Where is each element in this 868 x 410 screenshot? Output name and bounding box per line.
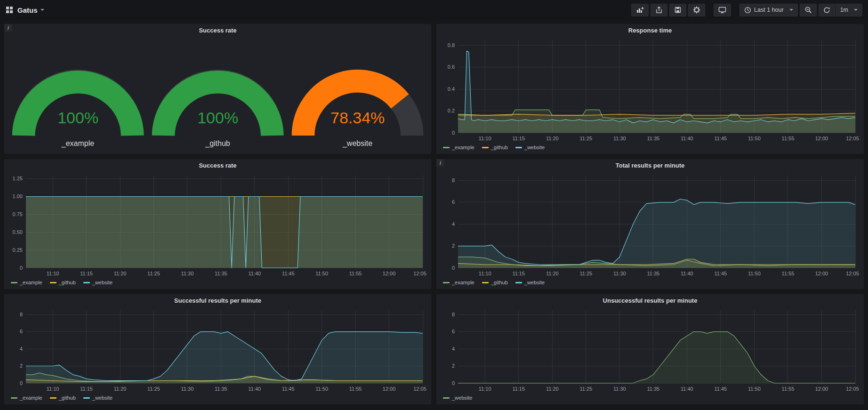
x-tick-label: 12:05 — [413, 386, 426, 392]
legend-marker — [443, 397, 450, 399]
legend-item-_github[interactable]: _github — [50, 280, 76, 285]
time-range-label: Last 1 hour — [754, 7, 784, 13]
time-picker-button[interactable]: Last 1 hour — [739, 4, 798, 16]
legend-marker — [50, 282, 56, 283]
legend-label: _example — [452, 280, 474, 285]
legend-item-_website[interactable]: _website — [83, 395, 113, 401]
panel-title-text: Successful results per minute — [174, 297, 261, 304]
y-tick-label: 6 — [452, 199, 455, 205]
x-tick-label: 11:25 — [579, 136, 592, 141]
series-area-_website — [26, 332, 423, 383]
x-tick-label: 11:35 — [215, 386, 227, 392]
x-tick-label: 11:40 — [681, 386, 693, 392]
legend-item-_example[interactable]: _example — [11, 395, 42, 401]
x-tick-label: 11:25 — [579, 271, 592, 276]
legend-item-_website[interactable]: _website — [515, 280, 545, 285]
x-tick-label: 11:30 — [181, 386, 194, 392]
apps-grid-icon[interactable] — [6, 6, 13, 14]
legend-item-_github[interactable]: _github — [482, 145, 508, 150]
x-tick-label: 12:05 — [413, 271, 426, 276]
y-tick-label: 2 — [20, 363, 23, 369]
x-tick-label: 11:45 — [282, 271, 295, 276]
x-tick-label: 11:25 — [147, 271, 160, 276]
gauge-arc: 100% — [9, 39, 146, 138]
zoom-out-button[interactable] — [800, 4, 817, 16]
y-tick-label: 6 — [452, 329, 455, 334]
settings-button[interactable] — [688, 4, 705, 16]
panel-title[interactable]: Success rate — [8, 159, 427, 171]
panel-title-text: Response time — [628, 27, 672, 34]
x-tick-label: 11:15 — [80, 386, 93, 392]
x-tick-label: 11:35 — [647, 386, 659, 392]
x-tick-label: 11:15 — [512, 136, 525, 141]
unsuccessful-results-chart[interactable]: 0246811:1011:1511:2011:2511:3011:3511:40… — [440, 306, 860, 394]
success-rate-gauges[interactable]: 100%_example100%_github78.34%_website — [8, 36, 427, 152]
x-tick-label: 11:50 — [748, 386, 761, 392]
legend-item-_example[interactable]: _example — [11, 280, 42, 285]
panel-title[interactable]: Total results per minute — [440, 159, 860, 171]
y-tick-label: 2 — [452, 243, 455, 249]
success-rate-chart[interactable]: 00.250.500.751.001.2511:1011:1511:2011:2… — [8, 171, 427, 278]
legend-marker — [515, 282, 522, 283]
y-tick-label: 0 — [452, 380, 455, 386]
x-tick-label: 11:15 — [80, 271, 93, 276]
total-results-chart[interactable]: 0246811:1011:1511:2011:2511:3011:3511:40… — [440, 171, 860, 278]
legend-item-_github[interactable]: _github — [482, 280, 508, 285]
panel-title[interactable]: Response time — [440, 24, 860, 36]
y-tick-label: 0.25 — [13, 247, 23, 253]
legend-label: _website — [92, 395, 113, 401]
save-icon — [674, 6, 682, 14]
legend-item-_example[interactable]: _example — [443, 280, 474, 285]
panel-info-icon[interactable] — [4, 24, 12, 32]
panel-info-icon[interactable] — [436, 159, 444, 167]
y-tick-label: 0.4 — [448, 86, 455, 92]
x-tick-label: 11:40 — [681, 136, 693, 141]
panel-title[interactable]: Success rate — [8, 24, 427, 36]
series-area-_website — [26, 197, 423, 268]
dashboard-title[interactable]: Gatus — [17, 6, 44, 14]
legend-item-_website[interactable]: _website — [443, 395, 472, 401]
x-tick-label: 12:00 — [383, 386, 396, 392]
legend-label: _example — [20, 395, 42, 401]
x-tick-label: 11:45 — [282, 386, 295, 392]
x-tick-label: 11:30 — [181, 271, 194, 276]
navbar: Gatus — [0, 0, 868, 20]
gauge-title: _example — [62, 138, 94, 152]
legend-label: _github — [59, 395, 76, 401]
response-time-chart[interactable]: 00.20.40.60.811:1011:1511:2011:2511:3011… — [440, 36, 860, 143]
cycle-view-button[interactable] — [714, 4, 731, 16]
gear-icon — [693, 6, 700, 14]
legend-item-_example[interactable]: _example — [443, 145, 474, 150]
unsuccessful-rpm-svg: 0246811:1011:1511:2011:2511:3011:3511:40… — [440, 306, 860, 394]
x-tick-label: 12:00 — [383, 271, 396, 276]
x-tick-label: 12:05 — [846, 136, 859, 141]
refresh-interval-button[interactable]: 1m — [836, 4, 862, 16]
panel-title[interactable]: Successful results per minute — [8, 294, 427, 306]
gauge-_example: 100%_example — [8, 36, 148, 152]
x-tick-label: 11:10 — [47, 386, 59, 392]
series-lines — [458, 199, 855, 268]
legend-marker — [443, 147, 450, 148]
legend-item-_website[interactable]: _website — [515, 145, 545, 150]
panel-title[interactable]: Unsuccessful results per minute — [440, 294, 860, 306]
series-lines — [458, 51, 855, 133]
add-panel-button[interactable] — [631, 4, 649, 16]
legend: _example_github_website — [8, 394, 427, 402]
legend-item-_github[interactable]: _github — [50, 395, 76, 401]
y-tick-label: 1.25 — [13, 176, 23, 181]
share-button[interactable] — [651, 4, 667, 16]
x-tick-label: 11:50 — [315, 271, 328, 276]
x-tick-label: 11:20 — [546, 271, 559, 276]
successful-results-chart[interactable]: 0246811:1011:1511:2011:2511:3011:3511:40… — [8, 306, 427, 394]
refresh-button[interactable] — [819, 4, 835, 16]
save-button[interactable] — [669, 4, 686, 16]
x-tick-label: 11:55 — [782, 136, 795, 141]
y-tick-label: 8 — [452, 312, 455, 317]
gauge-title: _github — [205, 138, 230, 152]
x-tick-label: 11:15 — [512, 386, 525, 392]
legend-label: _example — [20, 280, 42, 285]
legend-label: _website — [524, 280, 545, 285]
legend-label: _github — [491, 280, 508, 285]
zoom-out-icon — [804, 6, 812, 14]
legend-item-_website[interactable]: _website — [83, 280, 113, 285]
